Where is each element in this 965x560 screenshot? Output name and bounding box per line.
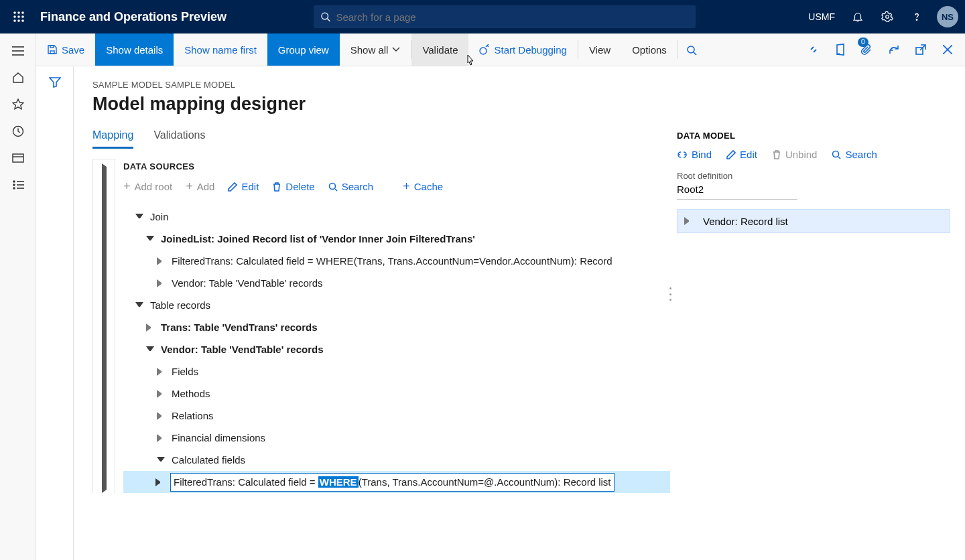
svg-rect-25 <box>50 51 54 54</box>
data-model-panel: DATA MODEL Bind Edit Unbind Search Root … <box>670 66 965 560</box>
data-sources-tree: Join JoinedList: Joined Record list of '… <box>123 206 670 493</box>
tree-node-vendor-join[interactable]: Vendor: Table 'VendTable' records <box>123 272 670 294</box>
bind-button[interactable]: Bind <box>677 149 712 160</box>
refresh-button[interactable] <box>881 33 907 66</box>
root-definition-label: Root definition <box>677 171 950 181</box>
group-view-button[interactable]: Group view <box>267 33 340 66</box>
svg-point-0 <box>13 11 16 14</box>
tab-mapping[interactable]: Mapping <box>92 129 133 149</box>
close-button[interactable] <box>934 33 961 66</box>
show-details-button[interactable]: Show details <box>95 33 174 66</box>
tree-node-selected[interactable]: FilteredTrans: Calculated field = WHERE(… <box>123 471 670 493</box>
data-model-toolbar: Bind Edit Unbind Search <box>677 149 950 160</box>
data-sources-heading: DATA SOURCES <box>123 161 670 171</box>
chevron-right-icon <box>102 163 107 493</box>
search-button[interactable]: Search <box>328 181 374 192</box>
view-menu[interactable]: View <box>578 33 621 66</box>
show-name-first-button[interactable]: Show name first <box>174 33 267 66</box>
avatar[interactable]: NS <box>937 6 958 27</box>
formula-edit-box[interactable]: FilteredTrans: Calculated field = WHERE(… <box>170 473 615 492</box>
home-icon[interactable] <box>3 64 33 91</box>
svg-point-5 <box>21 15 24 18</box>
left-rail <box>0 33 36 560</box>
svg-point-21 <box>13 184 15 186</box>
tree-node-methods[interactable]: Methods <box>123 382 670 405</box>
find-button[interactable] <box>678 33 705 66</box>
hamburger-icon[interactable] <box>3 38 33 64</box>
cache-button[interactable]: +Cache <box>403 180 443 194</box>
options-menu[interactable]: Options <box>621 33 678 66</box>
tree-node-relations[interactable]: Relations <box>123 405 670 427</box>
delete-button[interactable]: Delete <box>272 181 314 192</box>
start-debugging-button[interactable]: Start Debugging <box>468 33 577 66</box>
svg-point-19 <box>13 181 15 182</box>
link-icon[interactable] <box>800 33 827 66</box>
waffle-icon[interactable] <box>7 11 31 23</box>
tree-node-findim[interactable]: Financial dimensions <box>123 427 670 449</box>
save-icon <box>47 44 58 55</box>
global-search-input[interactable] <box>336 11 689 23</box>
help-icon[interactable] <box>903 3 930 30</box>
favorites-icon[interactable] <box>3 91 33 118</box>
data-sources-toolbar: +Add root +Add Edit Delete Search +Cache <box>123 180 670 194</box>
svg-point-7 <box>17 19 20 22</box>
show-all-dropdown[interactable]: Show all <box>340 33 411 66</box>
search-icon <box>328 182 338 192</box>
tree-node-calcfields[interactable]: Calculated fields <box>123 449 670 471</box>
popout-button[interactable] <box>907 33 934 66</box>
data-source-types-collapsed[interactable] <box>92 159 115 493</box>
company-code[interactable]: USMF <box>808 11 835 22</box>
tree-node-joinedlist[interactable]: JoinedList: Joined Record list of 'Vendo… <box>123 228 670 250</box>
svg-rect-26 <box>50 46 54 48</box>
svg-point-4 <box>17 15 20 18</box>
edit-button[interactable]: Edit <box>228 181 259 192</box>
chevron-down-icon <box>392 47 400 52</box>
svg-point-9 <box>322 13 328 19</box>
svg-rect-17 <box>13 154 23 162</box>
svg-point-1 <box>17 11 20 14</box>
svg-point-11 <box>886 15 889 19</box>
office-icon[interactable] <box>827 33 854 66</box>
tree-node-join[interactable]: Join <box>123 206 670 228</box>
splitter-handle[interactable] <box>669 287 671 301</box>
svg-point-28 <box>688 46 694 53</box>
tree-node-vendor[interactable]: Vendor: Table 'VendTable' records <box>123 338 670 360</box>
svg-point-23 <box>13 188 15 189</box>
search-model-button[interactable]: Search <box>832 149 877 160</box>
attachments-button[interactable]: 0 <box>854 33 881 66</box>
tree-node-trans[interactable]: Trans: Table 'VendTrans' records <box>123 316 670 338</box>
tree-node-filteredtrans[interactable]: FilteredTrans: Calculated field = WHERE(… <box>123 250 670 272</box>
validate-button[interactable]: Validate <box>411 33 468 66</box>
save-button[interactable]: Save <box>36 33 95 66</box>
svg-line-36 <box>838 157 840 159</box>
workspace-icon[interactable] <box>3 145 33 171</box>
data-model-node-vendor[interactable]: Vendor: Record list <box>677 209 950 233</box>
bell-icon[interactable] <box>844 3 871 30</box>
tab-validations[interactable]: Validations <box>153 129 205 149</box>
svg-point-3 <box>13 15 16 18</box>
tree-node-fields[interactable]: Fields <box>123 360 670 382</box>
edit-model-button[interactable]: Edit <box>726 149 757 160</box>
svg-point-27 <box>480 48 487 54</box>
recent-icon[interactable] <box>3 118 33 145</box>
unbind-button[interactable]: Unbind <box>772 149 818 160</box>
breadcrumb: SAMPLE MODEL SAMPLE MODEL <box>92 80 670 90</box>
filter-pane-collapsed[interactable] <box>36 66 74 560</box>
content-area: SAMPLE MODEL SAMPLE MODEL Model mapping … <box>74 66 965 560</box>
svg-point-8 <box>21 19 24 22</box>
svg-line-29 <box>694 52 696 55</box>
svg-point-12 <box>916 19 917 21</box>
pencil-icon <box>228 182 237 192</box>
root-definition-value[interactable]: Root2 <box>677 184 797 200</box>
svg-point-33 <box>329 183 335 189</box>
svg-line-34 <box>335 189 337 191</box>
link-icon <box>677 151 688 159</box>
svg-line-10 <box>328 19 330 21</box>
modules-icon[interactable] <box>3 171 33 198</box>
tree-node-table-records[interactable]: Table records <box>123 294 670 316</box>
add-root-button[interactable]: +Add root <box>123 180 172 194</box>
add-button[interactable]: +Add <box>186 180 214 194</box>
gear-icon[interactable] <box>874 3 901 30</box>
global-search[interactable] <box>314 5 696 28</box>
search-icon <box>320 11 330 22</box>
